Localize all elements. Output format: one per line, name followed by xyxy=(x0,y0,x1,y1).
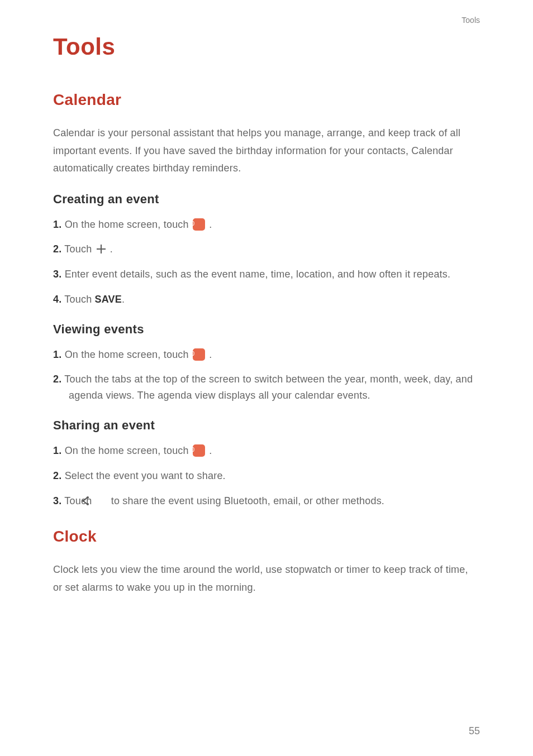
section-title-clock: Clock xyxy=(53,528,480,546)
step-text: Touch the tabs at the top of the screen … xyxy=(64,374,473,401)
step-item: 3. Touch to share the event using Blueto… xyxy=(53,493,480,509)
step-text: . xyxy=(110,243,113,255)
svg-point-0 xyxy=(87,496,89,499)
running-header: Tools xyxy=(461,16,480,25)
subsection-title-creating: Creating an event xyxy=(53,192,480,207)
steps-sharing: 1. On the home screen, touch . 2. Select… xyxy=(53,443,480,509)
step-number: 3. xyxy=(53,495,61,506)
svg-point-2 xyxy=(87,503,89,505)
page: Tools Tools Calendar Calendar is your pe… xyxy=(0,0,533,756)
plus-icon xyxy=(96,244,106,254)
step-number: 2. xyxy=(53,243,61,255)
step-item: 1. On the home screen, touch . xyxy=(53,217,480,233)
step-number: 3. xyxy=(53,269,61,280)
steps-creating: 1. On the home screen, touch . 2. Touch … xyxy=(53,217,480,308)
svg-point-1 xyxy=(82,500,84,502)
calendar-icon xyxy=(193,348,205,361)
step-item: 2. Touch the tabs at the top of the scre… xyxy=(53,371,480,404)
section-title-calendar: Calendar xyxy=(53,91,480,109)
step-item: 2. Select the event you want to share. xyxy=(53,468,480,484)
step-item: 1. On the home screen, touch . xyxy=(53,347,480,363)
step-text: Touch xyxy=(64,294,94,305)
step-item: 3. Enter event details, such as the even… xyxy=(53,266,480,283)
step-number: 2. xyxy=(53,374,61,385)
step-text: to share the event using Bluetooth, emai… xyxy=(111,495,384,506)
chapter-title: Tools xyxy=(53,34,480,60)
calendar-intro: Calendar is your personal assistant that… xyxy=(53,125,480,178)
step-item: 4. Touch SAVE. xyxy=(53,291,480,308)
subsection-title-sharing: Sharing an event xyxy=(53,418,480,433)
step-text: . xyxy=(122,294,125,305)
step-text: . xyxy=(209,349,212,360)
step-number: 2. xyxy=(53,470,61,481)
step-text: . xyxy=(209,445,212,456)
step-text: On the home screen, touch xyxy=(65,219,192,230)
subsection-title-viewing: Viewing events xyxy=(53,322,480,337)
step-text: Enter event details, such as the event n… xyxy=(65,269,451,280)
clock-intro: Clock lets you view the time around the … xyxy=(53,561,480,596)
step-number: 4. xyxy=(53,294,61,305)
share-icon xyxy=(96,495,107,506)
step-item: 1. On the home screen, touch . xyxy=(53,443,480,459)
step-text: On the home screen, touch xyxy=(65,349,192,360)
step-text: Touch xyxy=(64,243,94,255)
step-text: On the home screen, touch xyxy=(65,445,192,456)
step-text: . xyxy=(209,219,212,230)
step-number: 1. xyxy=(53,445,61,456)
ui-label-save: SAVE xyxy=(95,294,122,305)
step-number: 1. xyxy=(53,349,61,360)
steps-viewing: 1. On the home screen, touch . 2. Touch … xyxy=(53,347,480,404)
step-item: 2. Touch . xyxy=(53,241,480,257)
page-number: 55 xyxy=(469,725,480,737)
calendar-icon xyxy=(193,444,205,457)
step-number: 1. xyxy=(53,219,61,230)
calendar-icon xyxy=(193,218,205,231)
step-text: Select the event you want to share. xyxy=(65,470,226,481)
